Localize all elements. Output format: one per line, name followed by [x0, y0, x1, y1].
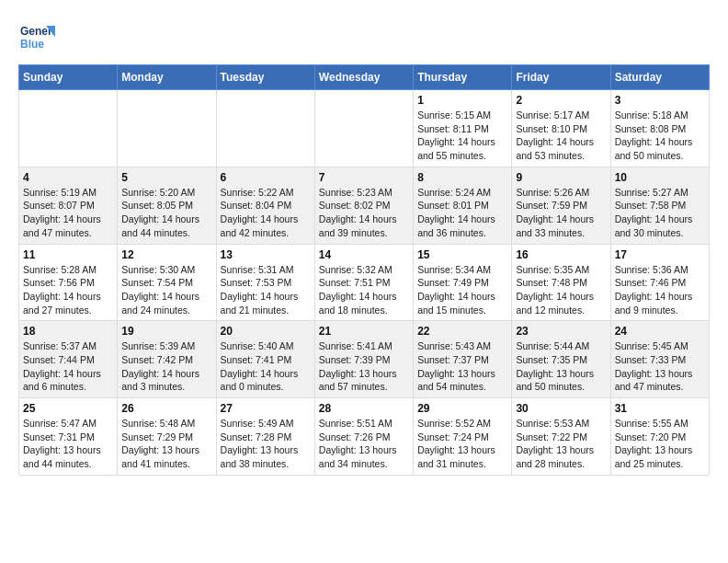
- calendar-cell: [216, 90, 314, 167]
- day-info: Sunrise: 5:41 AMSunset: 7:39 PMDaylight:…: [319, 339, 409, 394]
- calendar-cell: 31Sunrise: 5:55 AMSunset: 7:20 PMDayligh…: [610, 398, 709, 476]
- day-number: 4: [23, 171, 113, 184]
- day-number: 3: [615, 94, 705, 107]
- calendar-header: SundayMondayTuesdayWednesdayThursdayFrid…: [19, 65, 710, 90]
- day-number: 8: [417, 171, 507, 184]
- day-number: 9: [516, 171, 606, 184]
- calendar-cell: 14Sunrise: 5:32 AMSunset: 7:51 PMDayligh…: [314, 244, 413, 321]
- day-info: Sunrise: 5:15 AMSunset: 8:11 PMDaylight:…: [417, 109, 507, 163]
- day-number: 14: [319, 248, 409, 261]
- day-info: Sunrise: 5:23 AMSunset: 8:02 PMDaylight:…: [319, 186, 409, 240]
- calendar-cell: 7Sunrise: 5:23 AMSunset: 8:02 PMDaylight…: [314, 167, 413, 244]
- day-number: 29: [417, 402, 507, 415]
- calendar-table: SundayMondayTuesdayWednesdayThursdayFrid…: [18, 64, 710, 476]
- day-number: 17: [615, 248, 705, 261]
- day-info: Sunrise: 5:32 AMSunset: 7:51 PMDaylight:…: [319, 263, 409, 317]
- day-number: 26: [121, 402, 211, 415]
- day-number: 27: [221, 402, 311, 415]
- calendar-cell: 25Sunrise: 5:47 AMSunset: 7:31 PMDayligh…: [19, 398, 118, 476]
- calendar-cell: 10Sunrise: 5:27 AMSunset: 7:58 PMDayligh…: [610, 167, 709, 244]
- day-number: 12: [121, 248, 211, 261]
- day-info: Sunrise: 5:45 AMSunset: 7:33 PMDaylight:…: [615, 339, 705, 394]
- day-number: 28: [319, 402, 409, 415]
- calendar-cell: 16Sunrise: 5:35 AMSunset: 7:48 PMDayligh…: [512, 244, 610, 321]
- week-row-3: 11Sunrise: 5:28 AMSunset: 7:56 PMDayligh…: [19, 244, 710, 321]
- day-info: Sunrise: 5:24 AMSunset: 8:01 PMDaylight:…: [417, 186, 507, 240]
- day-info: Sunrise: 5:52 AMSunset: 7:24 PMDaylight:…: [417, 417, 507, 471]
- day-info: Sunrise: 5:26 AMSunset: 7:59 PMDaylight:…: [516, 186, 606, 240]
- day-info: Sunrise: 5:36 AMSunset: 7:46 PMDaylight:…: [615, 263, 705, 317]
- day-number: 19: [121, 325, 211, 338]
- calendar-cell: 15Sunrise: 5:34 AMSunset: 7:49 PMDayligh…: [414, 244, 512, 321]
- day-info: Sunrise: 5:20 AMSunset: 8:05 PMDaylight:…: [121, 186, 211, 240]
- calendar-cell: 27Sunrise: 5:49 AMSunset: 7:28 PMDayligh…: [216, 398, 314, 476]
- calendar-cell: 6Sunrise: 5:22 AMSunset: 8:04 PMDaylight…: [216, 167, 314, 244]
- day-number: 22: [417, 325, 507, 338]
- day-header-monday: Monday: [118, 65, 216, 90]
- day-header-tuesday: Tuesday: [216, 65, 314, 90]
- day-info: Sunrise: 5:31 AMSunset: 7:53 PMDaylight:…: [221, 263, 311, 317]
- logo: General Blue: [18, 18, 59, 55]
- day-number: 11: [23, 248, 113, 261]
- calendar-cell: 21Sunrise: 5:41 AMSunset: 7:39 PMDayligh…: [314, 321, 413, 398]
- day-number: 21: [319, 325, 409, 338]
- day-header-thursday: Thursday: [414, 65, 512, 90]
- day-header-saturday: Saturday: [610, 65, 709, 90]
- day-number: 25: [23, 402, 113, 415]
- calendar-cell: 17Sunrise: 5:36 AMSunset: 7:46 PMDayligh…: [610, 244, 709, 321]
- day-number: 18: [23, 325, 113, 338]
- calendar-cell: [314, 90, 413, 167]
- day-number: 20: [221, 325, 311, 338]
- day-info: Sunrise: 5:44 AMSunset: 7:35 PMDaylight:…: [516, 339, 606, 394]
- calendar-cell: 23Sunrise: 5:44 AMSunset: 7:35 PMDayligh…: [512, 321, 610, 398]
- calendar-cell: 1Sunrise: 5:15 AMSunset: 8:11 PMDaylight…: [414, 90, 512, 167]
- calendar-cell: 13Sunrise: 5:31 AMSunset: 7:53 PMDayligh…: [216, 244, 314, 321]
- day-info: Sunrise: 5:55 AMSunset: 7:20 PMDaylight:…: [615, 417, 705, 471]
- week-row-4: 18Sunrise: 5:37 AMSunset: 7:44 PMDayligh…: [19, 321, 710, 398]
- calendar-cell: 12Sunrise: 5:30 AMSunset: 7:54 PMDayligh…: [118, 244, 216, 321]
- day-info: Sunrise: 5:18 AMSunset: 8:08 PMDaylight:…: [615, 109, 705, 163]
- day-number: 2: [516, 94, 606, 107]
- calendar-cell: 30Sunrise: 5:53 AMSunset: 7:22 PMDayligh…: [512, 398, 610, 476]
- calendar-cell: 3Sunrise: 5:18 AMSunset: 8:08 PMDaylight…: [610, 90, 709, 167]
- svg-text:Blue: Blue: [20, 38, 44, 51]
- day-header-sunday: Sunday: [19, 65, 118, 90]
- calendar-cell: 18Sunrise: 5:37 AMSunset: 7:44 PMDayligh…: [19, 321, 118, 398]
- calendar-cell: 11Sunrise: 5:28 AMSunset: 7:56 PMDayligh…: [19, 244, 118, 321]
- day-info: Sunrise: 5:37 AMSunset: 7:44 PMDaylight:…: [23, 339, 113, 394]
- day-info: Sunrise: 5:51 AMSunset: 7:26 PMDaylight:…: [319, 417, 409, 471]
- calendar-cell: [118, 90, 216, 167]
- calendar-cell: 29Sunrise: 5:52 AMSunset: 7:24 PMDayligh…: [414, 398, 512, 476]
- calendar-cell: 24Sunrise: 5:45 AMSunset: 7:33 PMDayligh…: [610, 321, 709, 398]
- day-info: Sunrise: 5:48 AMSunset: 7:29 PMDaylight:…: [121, 417, 211, 471]
- day-number: 13: [221, 248, 311, 261]
- day-number: 30: [516, 402, 606, 415]
- day-number: 31: [615, 402, 705, 415]
- day-number: 1: [417, 94, 507, 107]
- day-info: Sunrise: 5:40 AMSunset: 7:41 PMDaylight:…: [221, 339, 311, 394]
- calendar-cell: 2Sunrise: 5:17 AMSunset: 8:10 PMDaylight…: [512, 90, 610, 167]
- day-info: Sunrise: 5:34 AMSunset: 7:49 PMDaylight:…: [417, 263, 507, 317]
- calendar-cell: [19, 90, 118, 167]
- day-number: 15: [417, 248, 507, 261]
- calendar-cell: 28Sunrise: 5:51 AMSunset: 7:26 PMDayligh…: [314, 398, 413, 476]
- day-info: Sunrise: 5:53 AMSunset: 7:22 PMDaylight:…: [516, 417, 606, 471]
- day-info: Sunrise: 5:19 AMSunset: 8:07 PMDaylight:…: [23, 186, 113, 240]
- logo-icon: General Blue: [18, 18, 55, 55]
- day-info: Sunrise: 5:49 AMSunset: 7:28 PMDaylight:…: [221, 417, 311, 471]
- day-number: 6: [221, 171, 311, 184]
- calendar-cell: 9Sunrise: 5:26 AMSunset: 7:59 PMDaylight…: [512, 167, 610, 244]
- page-header: General Blue: [18, 18, 710, 55]
- week-row-1: 1Sunrise: 5:15 AMSunset: 8:11 PMDaylight…: [19, 90, 710, 167]
- day-info: Sunrise: 5:22 AMSunset: 8:04 PMDaylight:…: [221, 186, 311, 240]
- day-info: Sunrise: 5:28 AMSunset: 7:56 PMDaylight:…: [23, 263, 113, 317]
- calendar-cell: 20Sunrise: 5:40 AMSunset: 7:41 PMDayligh…: [216, 321, 314, 398]
- calendar-cell: 22Sunrise: 5:43 AMSunset: 7:37 PMDayligh…: [414, 321, 512, 398]
- day-info: Sunrise: 5:47 AMSunset: 7:31 PMDaylight:…: [23, 417, 113, 471]
- day-info: Sunrise: 5:39 AMSunset: 7:42 PMDaylight:…: [121, 339, 211, 394]
- day-info: Sunrise: 5:43 AMSunset: 7:37 PMDaylight:…: [417, 339, 507, 394]
- day-number: 16: [516, 248, 606, 261]
- day-number: 7: [319, 171, 409, 184]
- day-info: Sunrise: 5:27 AMSunset: 7:58 PMDaylight:…: [615, 186, 705, 240]
- calendar-cell: 26Sunrise: 5:48 AMSunset: 7:29 PMDayligh…: [118, 398, 216, 476]
